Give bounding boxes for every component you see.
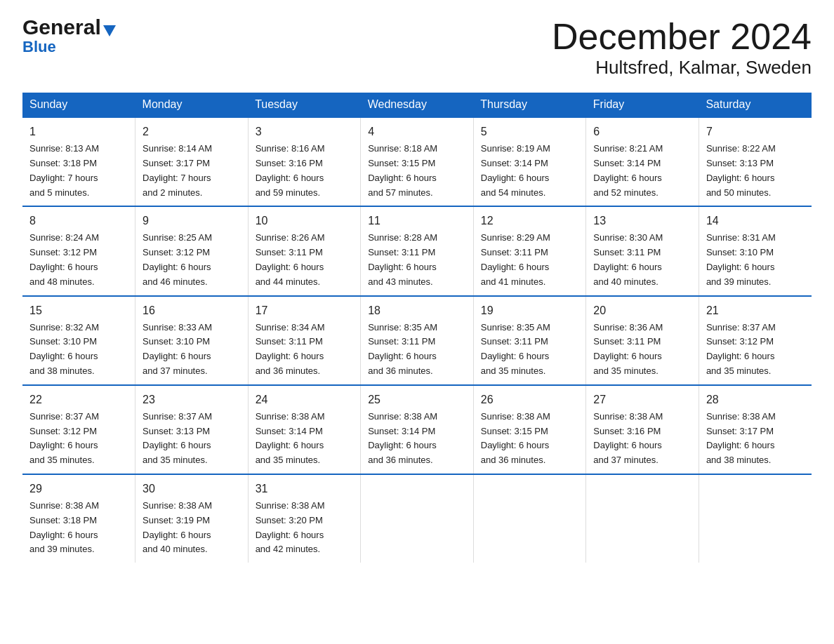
- day-number: 29: [29, 481, 128, 497]
- day-number: 22: [29, 391, 128, 408]
- day-info: Sunrise: 8:29 AMSunset: 3:11 PMDaylight:…: [481, 232, 550, 286]
- day-number: 9: [143, 213, 241, 229]
- day-number: 31: [256, 481, 354, 497]
- calendar-body: 1Sunrise: 8:13 AMSunset: 3:18 PMDaylight…: [22, 117, 812, 563]
- calendar-cell: 29Sunrise: 8:38 AMSunset: 3:18 PMDayligh…: [22, 474, 135, 563]
- week-row-4: 22Sunrise: 8:37 AMSunset: 3:12 PMDayligh…: [22, 385, 812, 474]
- calendar-cell: 6Sunrise: 8:21 AMSunset: 3:14 PMDaylight…: [586, 117, 699, 206]
- day-number: 15: [29, 302, 128, 319]
- calendar-cell: 5Sunrise: 8:19 AMSunset: 3:14 PMDaylight…: [473, 117, 586, 206]
- calendar-cell: 13Sunrise: 8:30 AMSunset: 3:11 PMDayligh…: [586, 206, 699, 295]
- week-row-1: 1Sunrise: 8:13 AMSunset: 3:18 PMDaylight…: [22, 117, 812, 206]
- calendar-cell: 10Sunrise: 8:26 AMSunset: 3:11 PMDayligh…: [248, 206, 361, 295]
- calendar-cell: 20Sunrise: 8:36 AMSunset: 3:11 PMDayligh…: [586, 296, 699, 385]
- day-number: 7: [706, 123, 805, 140]
- day-info: Sunrise: 8:38 AMSunset: 3:14 PMDaylight:…: [368, 411, 437, 465]
- month-title: December 2024: [552, 17, 812, 57]
- calendar-cell: 24Sunrise: 8:38 AMSunset: 3:14 PMDayligh…: [248, 385, 361, 474]
- calendar-cell: 2Sunrise: 8:14 AMSunset: 3:17 PMDaylight…: [135, 117, 249, 206]
- location-title: Hultsfred, Kalmar, Sweden: [552, 57, 812, 79]
- calendar-cell: 14Sunrise: 8:31 AMSunset: 3:10 PMDayligh…: [699, 206, 812, 295]
- calendar-cell: 27Sunrise: 8:38 AMSunset: 3:16 PMDayligh…: [586, 385, 699, 474]
- calendar-header-row: SundayMondayTuesdayWednesdayThursdayFrid…: [22, 93, 812, 117]
- day-info: Sunrise: 8:35 AMSunset: 3:11 PMDaylight:…: [368, 322, 437, 376]
- calendar-cell: 25Sunrise: 8:38 AMSunset: 3:14 PMDayligh…: [361, 385, 474, 474]
- day-number: 16: [143, 302, 241, 319]
- calendar-cell: 4Sunrise: 8:18 AMSunset: 3:15 PMDaylight…: [361, 117, 474, 206]
- day-info: Sunrise: 8:22 AMSunset: 3:13 PMDaylight:…: [706, 143, 776, 197]
- calendar-cell: 15Sunrise: 8:32 AMSunset: 3:10 PMDayligh…: [22, 296, 135, 385]
- calendar-cell: 28Sunrise: 8:38 AMSunset: 3:17 PMDayligh…: [699, 385, 812, 474]
- logo-triangle-icon: [103, 25, 116, 36]
- day-info: Sunrise: 8:37 AMSunset: 3:13 PMDaylight:…: [143, 411, 212, 465]
- calendar-cell: 23Sunrise: 8:37 AMSunset: 3:13 PMDayligh…: [135, 385, 249, 474]
- day-info: Sunrise: 8:35 AMSunset: 3:11 PMDaylight:…: [481, 322, 550, 376]
- calendar-cell: [699, 474, 812, 563]
- day-header-friday: Friday: [586, 93, 699, 117]
- day-info: Sunrise: 8:14 AMSunset: 3:17 PMDaylight:…: [143, 143, 212, 197]
- day-info: Sunrise: 8:19 AMSunset: 3:14 PMDaylight:…: [481, 143, 550, 197]
- calendar-cell: 21Sunrise: 8:37 AMSunset: 3:12 PMDayligh…: [699, 296, 812, 385]
- calendar-cell: 1Sunrise: 8:13 AMSunset: 3:18 PMDaylight…: [22, 117, 135, 206]
- day-number: 28: [706, 391, 805, 408]
- day-number: 21: [706, 302, 805, 319]
- day-info: Sunrise: 8:38 AMSunset: 3:14 PMDaylight:…: [256, 411, 325, 465]
- day-number: 23: [143, 391, 241, 408]
- day-number: 10: [256, 213, 354, 229]
- day-info: Sunrise: 8:36 AMSunset: 3:11 PMDaylight:…: [593, 322, 663, 376]
- calendar-cell: 9Sunrise: 8:25 AMSunset: 3:12 PMDaylight…: [135, 206, 249, 295]
- logo-general-text: General: [22, 17, 101, 38]
- day-number: 27: [593, 391, 691, 408]
- calendar-cell: 11Sunrise: 8:28 AMSunset: 3:11 PMDayligh…: [361, 206, 474, 295]
- calendar-cell: [361, 474, 474, 563]
- title-area: December 2024 Hultsfred, Kalmar, Sweden: [552, 17, 812, 79]
- calendar-table: SundayMondayTuesdayWednesdayThursdayFrid…: [22, 93, 812, 563]
- calendar-cell: 30Sunrise: 8:38 AMSunset: 3:19 PMDayligh…: [135, 474, 249, 563]
- week-row-5: 29Sunrise: 8:38 AMSunset: 3:18 PMDayligh…: [22, 474, 812, 563]
- day-info: Sunrise: 8:32 AMSunset: 3:10 PMDaylight:…: [29, 322, 99, 376]
- day-number: 6: [593, 123, 691, 140]
- day-number: 20: [593, 302, 691, 319]
- day-info: Sunrise: 8:38 AMSunset: 3:17 PMDaylight:…: [706, 411, 776, 465]
- calendar-cell: 16Sunrise: 8:33 AMSunset: 3:10 PMDayligh…: [135, 296, 249, 385]
- day-header-monday: Monday: [135, 93, 249, 117]
- day-info: Sunrise: 8:38 AMSunset: 3:16 PMDaylight:…: [593, 411, 663, 465]
- day-info: Sunrise: 8:31 AMSunset: 3:10 PMDaylight:…: [706, 232, 776, 286]
- day-number: 2: [143, 123, 241, 140]
- day-info: Sunrise: 8:18 AMSunset: 3:15 PMDaylight:…: [368, 143, 437, 197]
- calendar-cell: 18Sunrise: 8:35 AMSunset: 3:11 PMDayligh…: [361, 296, 474, 385]
- day-number: 8: [29, 213, 128, 229]
- day-number: 5: [481, 123, 579, 140]
- calendar-cell: 8Sunrise: 8:24 AMSunset: 3:12 PMDaylight…: [22, 206, 135, 295]
- day-number: 13: [593, 213, 691, 229]
- day-number: 1: [29, 123, 128, 140]
- logo: General Blue: [22, 17, 116, 55]
- day-info: Sunrise: 8:38 AMSunset: 3:20 PMDaylight:…: [256, 500, 325, 554]
- day-info: Sunrise: 8:26 AMSunset: 3:11 PMDaylight:…: [256, 232, 325, 286]
- day-number: 11: [368, 213, 466, 229]
- day-number: 3: [256, 123, 354, 140]
- day-number: 4: [368, 123, 466, 140]
- calendar-cell: 26Sunrise: 8:38 AMSunset: 3:15 PMDayligh…: [473, 385, 586, 474]
- day-number: 24: [256, 391, 354, 408]
- calendar-cell: 17Sunrise: 8:34 AMSunset: 3:11 PMDayligh…: [248, 296, 361, 385]
- day-info: Sunrise: 8:16 AMSunset: 3:16 PMDaylight:…: [256, 143, 325, 197]
- day-number: 30: [143, 481, 241, 497]
- calendar-cell: [473, 474, 586, 563]
- day-info: Sunrise: 8:33 AMSunset: 3:10 PMDaylight:…: [143, 322, 212, 376]
- day-number: 26: [481, 391, 579, 408]
- calendar-cell: [586, 474, 699, 563]
- day-number: 25: [368, 391, 466, 408]
- week-row-3: 15Sunrise: 8:32 AMSunset: 3:10 PMDayligh…: [22, 296, 812, 385]
- day-number: 18: [368, 302, 466, 319]
- day-number: 14: [706, 213, 805, 229]
- day-info: Sunrise: 8:38 AMSunset: 3:18 PMDaylight:…: [29, 500, 99, 554]
- calendar-cell: 12Sunrise: 8:29 AMSunset: 3:11 PMDayligh…: [473, 206, 586, 295]
- day-info: Sunrise: 8:38 AMSunset: 3:15 PMDaylight:…: [481, 411, 550, 465]
- day-number: 17: [256, 302, 354, 319]
- day-header-thursday: Thursday: [473, 93, 586, 117]
- day-header-wednesday: Wednesday: [361, 93, 474, 117]
- day-info: Sunrise: 8:25 AMSunset: 3:12 PMDaylight:…: [143, 232, 212, 286]
- day-info: Sunrise: 8:34 AMSunset: 3:11 PMDaylight:…: [256, 322, 325, 376]
- logo-blue-text: Blue: [22, 39, 56, 55]
